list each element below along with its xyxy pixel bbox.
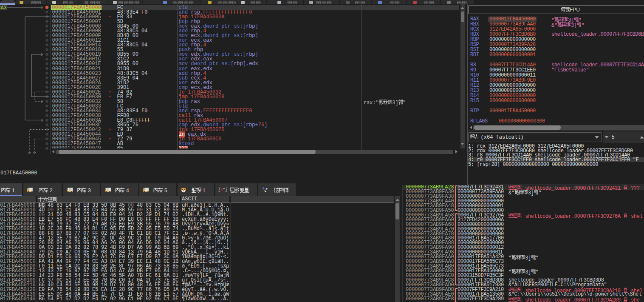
svg-text:RAX: RAX	[0, 5, 7, 11]
